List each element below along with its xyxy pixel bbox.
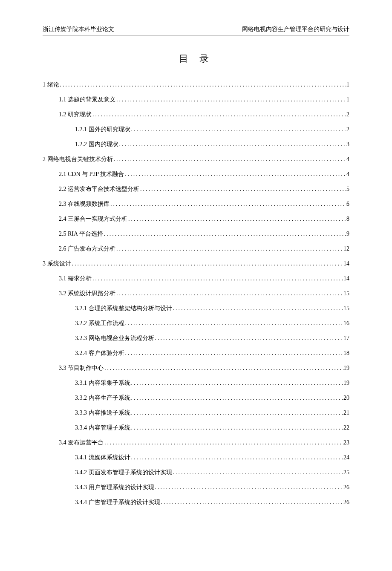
- toc-entry-page: 14: [343, 256, 349, 271]
- toc-entry-label: 3.2.1 合理的系统整架结构分析与设计: [75, 301, 172, 316]
- toc-entry: 2.1 CDN 与 P2P 技术融合4: [43, 167, 349, 182]
- toc-entry: 3.4.2 页面发布管理子系统的设计实现25: [43, 465, 349, 480]
- toc-entry-page: 17: [343, 331, 349, 346]
- toc-entry: 3 系统设计14: [43, 256, 349, 271]
- toc-dots: [172, 301, 344, 316]
- toc-entry-label: 3.4.4 广告管理子系统的设计实现: [75, 495, 160, 510]
- toc-title: 目 录: [43, 52, 349, 65]
- toc-dots: [130, 390, 344, 405]
- header-left: 浙江传媒学院本科毕业论文: [43, 26, 114, 33]
- toc-entry-label: 2.4 三屏合一实现方式分析: [59, 211, 127, 226]
- toc-dots: [92, 271, 343, 286]
- toc-entry: 1 绪论1: [43, 77, 349, 92]
- header-right: 网络电视内容生产管理平台的研究与设计: [242, 26, 349, 33]
- toc-entry-label: 1.1 选题的背景及意义: [59, 92, 115, 107]
- toc-entry: 3.3.4 内容管理子系统22: [43, 420, 349, 435]
- toc-dots: [103, 226, 346, 241]
- toc-entry: 3.3.2 内容生产子系统20: [43, 390, 349, 405]
- toc-entry-label: 3.3 节目制作中心: [59, 360, 104, 375]
- toc-dots: [124, 346, 344, 360]
- toc-entry: 2.4 三屏合一实现方式分析8: [43, 211, 349, 226]
- toc-entry-label: 3.3.2 内容生产子系统: [75, 390, 130, 405]
- toc-entry: 1.2 研究现状2: [43, 107, 349, 122]
- toc-entry-page: 14: [343, 271, 349, 286]
- toc-dots: [172, 465, 344, 480]
- toc-entry: 3.2.4 客户体验分析18: [43, 346, 349, 360]
- toc-dots: [154, 331, 344, 346]
- toc-entry: 3.3.3 内容推送子系统21: [43, 405, 349, 420]
- toc-dots: [154, 480, 344, 495]
- toc-dots: [130, 420, 344, 435]
- toc-entry-label: 3.4.1 流媒体系统设计: [75, 450, 130, 465]
- toc-entry: 2.5 RIA 平台选择9: [43, 226, 349, 241]
- toc-entry-page: 15: [343, 286, 349, 301]
- toc-entry-page: 12: [343, 241, 349, 256]
- toc-entry-label: 2.6 广告发布方式分析: [59, 241, 115, 256]
- toc-entry-label: 1 绪论: [43, 77, 59, 92]
- toc-entry-label: 3 系统设计: [43, 256, 71, 271]
- toc-entry-page: 3: [346, 137, 349, 152]
- toc-entry: 3.2 系统设计思路分析15: [43, 286, 349, 301]
- toc-dots: [124, 167, 346, 182]
- toc-entry-page: 22: [343, 420, 349, 435]
- toc-entry-label: 3.2.4 客户体验分析: [75, 346, 124, 360]
- toc-entry-label: 3.2.3 网络电视台业务流程分析: [75, 331, 154, 346]
- toc-list: 1 绪论11.1 选题的背景及意义11.2 研究现状21.2.1 国外的研究现状…: [43, 77, 349, 510]
- toc-dots: [139, 182, 346, 196]
- toc-entry-label: 3.4 发布运营平台: [59, 435, 104, 450]
- toc-entry-page: 1: [346, 92, 349, 107]
- toc-entry-page: 25: [343, 465, 349, 480]
- toc-entry-page: 20: [343, 390, 349, 405]
- toc-dots: [130, 405, 344, 420]
- toc-entry-label: 3.4.3 用户管理系统的设计实现: [75, 480, 154, 495]
- toc-dots: [110, 196, 346, 211]
- toc-entry: 3.3.1 内容采集子系统19: [43, 375, 349, 390]
- toc-entry-label: 1.2.2 国内的现状: [75, 137, 118, 152]
- toc-entry-label: 3.3.3 内容推送子系统: [75, 405, 130, 420]
- toc-entry: 3.2.1 合理的系统整架结构分析与设计15: [43, 301, 349, 316]
- toc-entry: 3.3 节目制作中心19: [43, 360, 349, 375]
- toc-entry-page: 8: [346, 211, 349, 226]
- toc-dots: [127, 211, 346, 226]
- toc-dots: [115, 286, 343, 301]
- page-header: 浙江传媒学院本科毕业论文 网络电视内容生产管理平台的研究与设计: [43, 26, 349, 35]
- toc-entry-label: 3.2.2 系统工作流程: [75, 316, 124, 331]
- toc-dots: [115, 241, 343, 256]
- toc-dots: [160, 495, 344, 510]
- toc-entry: 2.6 广告发布方式分析12: [43, 241, 349, 256]
- toc-dots: [130, 122, 347, 137]
- toc-entry-page: 26: [343, 480, 349, 495]
- toc-dots: [104, 360, 343, 375]
- toc-entry: 3.4.4 广告管理子系统的设计实现26: [43, 495, 349, 510]
- toc-entry-page: 6: [346, 196, 349, 211]
- toc-entry: 1.2.2 国内的现状3: [43, 137, 349, 152]
- toc-entry-label: 3.1 需求分析: [59, 271, 92, 286]
- toc-entry-label: 3.3.1 内容采集子系统: [75, 375, 130, 390]
- toc-entry-page: 1: [346, 77, 349, 92]
- toc-entry-page: 23: [343, 435, 349, 450]
- toc-entry-label: 1.2 研究现状: [59, 107, 92, 122]
- toc-entry: 3.4.3 用户管理系统的设计实现26: [43, 480, 349, 495]
- toc-entry-label: 2.2 运营发布平台技术选型分析: [59, 182, 139, 196]
- toc-dots: [59, 77, 347, 92]
- toc-dots: [92, 107, 346, 122]
- toc-entry-page: 9: [346, 226, 349, 241]
- toc-entry-page: 24: [343, 450, 349, 465]
- toc-dots: [118, 137, 347, 152]
- toc-entry-label: 3.4.2 页面发布管理子系统的设计实现: [75, 465, 172, 480]
- toc-entry-page: 19: [343, 375, 349, 390]
- toc-dots: [113, 152, 347, 167]
- toc-entry-page: 4: [346, 167, 349, 182]
- toc-entry: 2.3 在线视频数据库6: [43, 196, 349, 211]
- toc-entry: 3.4.1 流媒体系统设计24: [43, 450, 349, 465]
- toc-entry-label: 2.1 CDN 与 P2P 技术融合: [59, 167, 124, 182]
- toc-dots: [130, 450, 344, 465]
- toc-entry-page: 15: [343, 301, 349, 316]
- toc-dots: [124, 316, 344, 331]
- toc-entry: 2 网络电视台关键技术分析4: [43, 152, 349, 167]
- toc-entry: 1.2.1 国外的研究现状2: [43, 122, 349, 137]
- toc-dots: [71, 256, 344, 271]
- toc-entry: 1.1 选题的背景及意义1: [43, 92, 349, 107]
- toc-entry: 3.1 需求分析14: [43, 271, 349, 286]
- toc-entry-page: 2: [346, 107, 349, 122]
